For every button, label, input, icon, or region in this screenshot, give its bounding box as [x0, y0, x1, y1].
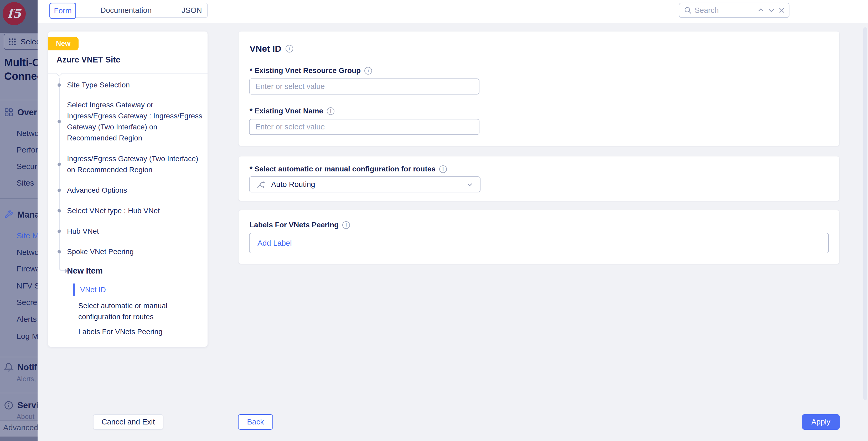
wizard-modal-body: New Azure VNET Site Site Type Selection …	[37, 23, 868, 441]
bell-icon	[4, 362, 14, 372]
wizard-substep-labels-vnets-peering[interactable]: Labels For VNets Peering	[78, 326, 181, 337]
apps-grid-icon	[8, 37, 17, 46]
collapse-caret-icon[interactable]	[56, 71, 62, 77]
tab-json[interactable]: JSON	[176, 3, 207, 17]
sidebar-section-label: Servi	[17, 400, 37, 410]
section-title: VNet ID	[250, 43, 281, 54]
sidebar-item-secrets[interactable]: Secre	[0, 298, 37, 307]
sidebar-item-alerts[interactable]: Alerts	[0, 314, 37, 324]
advanced-nav-toggle[interactable]: Advanced n	[3, 423, 37, 432]
wizard-substep-vnet-id[interactable]: VNet ID	[73, 283, 176, 296]
workspace-title-line1: Multi-Cl	[4, 56, 37, 69]
sidebar-item-security[interactable]: Secur	[0, 162, 37, 171]
sidebar-section-services[interactable]: Servi	[0, 400, 37, 411]
cancel-and-exit-button[interactable]: Cancel and Exit	[93, 414, 163, 430]
sidebar-item-label: Netwo	[17, 248, 37, 257]
f5-logo[interactable]: f5	[3, 2, 26, 25]
sidebar-item-label: Alerts	[17, 315, 37, 324]
add-label-button[interactable]: Add Label	[257, 239, 292, 247]
sidebar-section-overview[interactable]: Over	[0, 107, 37, 117]
wizard-step-select-ingress-gateway[interactable]: Select Ingress Gateway or Ingress/Egress…	[67, 100, 204, 144]
search-bar[interactable]	[679, 3, 789, 18]
sidebar-divider	[0, 100, 37, 100]
field-label: * Select automatic or manual configurati…	[250, 165, 436, 173]
info-icon[interactable]: i	[364, 67, 372, 74]
search-prev-icon[interactable]	[757, 6, 765, 14]
grid-icon	[4, 107, 14, 117]
sidebar-item-label: Firewa	[17, 264, 37, 273]
sidebar-item-sites[interactable]: Sites	[0, 178, 37, 188]
sidebar-item-networking[interactable]: Netwo	[0, 129, 37, 138]
select-service-label: Selec	[21, 37, 37, 46]
search-next-icon[interactable]	[767, 6, 775, 14]
sidebar-section-manage[interactable]: Mana	[0, 209, 37, 220]
sidebar-item-site-management[interactable]: Site M	[0, 231, 37, 240]
wizard-title: Azure VNET Site	[57, 55, 120, 65]
f5-logo-text: f5	[7, 6, 21, 21]
modal-topbar: Form Documentation JSON	[37, 0, 868, 23]
field-label: * Existing Vnet Name	[250, 107, 323, 115]
info-icon[interactable]: i	[439, 165, 447, 173]
tab-documentation[interactable]: Documentation	[76, 3, 176, 17]
wizard-step-advanced-options[interactable]: Advanced Options	[67, 185, 204, 196]
auto-routing-icon	[256, 179, 266, 190]
sidebar-section-subtitle: About	[17, 413, 34, 421]
workspace-title-line2: Connec	[4, 69, 37, 83]
existing-vnet-resource-group-input[interactable]	[249, 78, 479, 95]
workspace-title: Multi-Cl Connec	[4, 56, 37, 83]
wizard-group-new-item[interactable]: New Item	[67, 265, 103, 277]
existing-vnet-name-input[interactable]	[249, 119, 479, 135]
wizard-divider	[48, 73, 208, 74]
sidebar-section-notifications[interactable]: Notif	[0, 362, 37, 372]
search-icon	[684, 6, 692, 14]
sidebar-item-label: Sites	[17, 178, 34, 188]
sidebar-item-label: Log M	[17, 332, 37, 341]
sidebar-item-log-management[interactable]: Log M	[0, 332, 37, 341]
vertical-scrollbar[interactable]	[863, 27, 867, 400]
field-label: Labels For VNets Peering	[250, 221, 339, 229]
wizard-panel: New Azure VNET Site Site Type Selection …	[48, 32, 208, 347]
routing-select-value: Auto Routing	[271, 180, 461, 189]
sidebar-divider	[0, 199, 37, 199]
apply-button[interactable]: Apply	[802, 414, 840, 430]
wrench-icon	[4, 210, 14, 220]
search-separator	[754, 6, 754, 15]
labels-input-area[interactable]: Add Label	[249, 233, 829, 253]
sidebar-divider	[0, 357, 37, 357]
labels-peering-card: Labels For VNets Peering i Add Label	[239, 210, 839, 264]
vnet-id-card: VNet ID i * Existing Vnet Resource Group…	[239, 32, 839, 146]
routing-select[interactable]: Auto Routing	[249, 176, 480, 193]
info-icon[interactable]: i	[327, 107, 335, 115]
route-configuration-card: * Select automatic or manual configurati…	[239, 157, 839, 201]
wizard-step-site-type-selection[interactable]: Site Type Selection	[67, 79, 204, 91]
wizard-step-hub-vnet[interactable]: Hub VNet	[67, 226, 204, 237]
info-icon[interactable]: i	[342, 221, 350, 229]
wizard-step-ingress-egress-gateway[interactable]: Ingress/Egress Gateway (Two Interface) o…	[67, 153, 204, 175]
tab-form[interactable]: Form	[50, 3, 76, 19]
sidebar-item-label: Secur	[17, 162, 37, 171]
sidebar-section-label: Notif	[17, 362, 37, 372]
wizard-step-select-vnet-type[interactable]: Select VNet type : Hub VNet	[67, 205, 204, 216]
sidebar-item-label: Perfor	[17, 145, 37, 154]
wizard-substep-route-configuration[interactable]: Select automatic or manual configuration…	[78, 300, 181, 323]
sidebar-section-label: Over	[17, 107, 37, 117]
back-button[interactable]: Back	[238, 414, 273, 430]
new-badge: New	[48, 37, 79, 50]
info-icon[interactable]: i	[285, 45, 293, 53]
sidebar-divider	[0, 393, 37, 393]
select-service-button[interactable]: Selec	[4, 34, 37, 50]
sidebar-item-performance[interactable]: Perfor	[0, 145, 37, 155]
search-close-icon[interactable]	[778, 6, 785, 14]
sidebar-section-label: Mana	[17, 210, 37, 220]
chevron-down-icon	[466, 180, 474, 189]
search-input[interactable]	[694, 6, 751, 15]
sidebar-item-label: Netwo	[17, 129, 37, 138]
sidebar-item-firewall[interactable]: Firewa	[0, 264, 37, 274]
wizard-timeline	[59, 78, 60, 264]
field-label: * Existing Vnet Resource Group	[250, 66, 361, 75]
sidebar-item-networking-2[interactable]: Netwo	[0, 247, 37, 257]
wizard-step-spoke-vnet-peering[interactable]: Spoke VNet Peering	[67, 246, 204, 257]
app-logo-area: f5	[0, 0, 37, 33]
sidebar-item-label: Secre	[17, 298, 37, 307]
sidebar-item-nfv-services[interactable]: NFV S	[0, 281, 37, 291]
